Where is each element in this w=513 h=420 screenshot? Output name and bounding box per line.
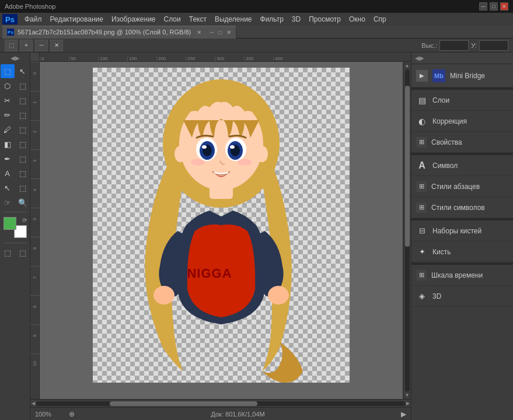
panel-item-char-styles[interactable]: ⊞ Стили символов [411, 197, 513, 218]
maximize-button[interactable]: □ [490, 2, 498, 10]
menu-text[interactable]: Текст [186, 14, 210, 24]
text-tool[interactable]: A [1, 166, 15, 180]
history-brush[interactable]: 🖊 [1, 123, 15, 136]
eraser-tool[interactable]: ⬚ [16, 123, 30, 136]
ruler-v-10: 10 [30, 354, 39, 383]
brush-icon: ✦ [416, 246, 428, 258]
tool-group-text: A ⬚ [1, 166, 30, 180]
menu-filter[interactable]: Фильтр [257, 14, 287, 24]
ps-tab-icon: Ps [7, 29, 14, 36]
heal-tool[interactable]: ✏ [1, 108, 15, 122]
gradient-tool[interactable]: ◧ [1, 137, 15, 151]
v-scroll-thumb[interactable] [405, 86, 410, 247]
path-select[interactable]: ⬚ [16, 166, 30, 180]
panel-item-3d[interactable]: ◈ 3D [411, 286, 513, 307]
panel-item-brush-presets[interactable]: ⊟ Наборы кистей [411, 220, 513, 242]
scroll-left-arrow[interactable]: ◀ [32, 401, 35, 406]
paragraph-styles-label: Стили абзацев [431, 183, 480, 191]
panel-item-brush[interactable]: ✦ Кисть [411, 242, 513, 262]
vertical-scrollbar[interactable]: ▲ ▼ [403, 62, 411, 399]
scroll-up-arrow[interactable]: ▲ [405, 63, 410, 68]
marquee-tool[interactable]: ⬚ [1, 64, 15, 78]
panel-item-layers[interactable]: ▤ Слои [411, 90, 513, 111]
close-button[interactable]: ✕ [500, 2, 508, 10]
zoom-tool[interactable]: 🔍 [16, 195, 30, 209]
h-scroll-thumb[interactable] [110, 401, 257, 406]
selection-subtract-btn[interactable]: ─ [35, 40, 48, 51]
status-icon1[interactable]: ⊕ [69, 410, 75, 418]
menu-window[interactable]: Окно [346, 14, 369, 24]
blur-tool[interactable]: ⬚ [16, 137, 30, 151]
eyedropper-tool[interactable]: ⬚ [16, 93, 30, 107]
selection-add-btn[interactable]: + [20, 40, 33, 51]
selection-style-btn[interactable]: ⬚ [5, 40, 18, 51]
panel-item-mini-bridge[interactable]: ▶ Mb Mini Bridge [411, 64, 513, 88]
panel-item-timeline[interactable]: ⊞ Шкала времени [411, 265, 513, 286]
y-input[interactable] [479, 40, 508, 51]
status-arrow[interactable]: ▶ [401, 410, 406, 418]
horizontal-scrollbar[interactable]: ◀ ▶ [30, 399, 411, 407]
selection-intersect-btn[interactable]: ✕ [50, 40, 63, 51]
direct-select[interactable]: ⬚ [16, 181, 30, 195]
toolbar-collapse[interactable]: ◀▶ [11, 55, 20, 61]
document-tab[interactable]: Ps 5671ac27b7c2b151ac087b49.png @ 100% (… [2, 26, 236, 38]
panel-item-paragraph-styles[interactable]: ⊞ Стили абзацев [411, 176, 513, 197]
char-styles-label: Стили символов [431, 204, 485, 212]
menu-image[interactable]: Изображение [108, 14, 159, 24]
tab-close-button[interactable]: ✕ [197, 29, 201, 36]
foreground-color[interactable] [4, 217, 16, 230]
toolbar-separator [4, 212, 27, 212]
panel-list: ▶ Mb Mini Bridge ▤ Слои ◐ Коррекция ⊞ Св… [411, 64, 513, 420]
menu-file[interactable]: Файл [21, 14, 46, 24]
zoom-level: 100% [35, 411, 64, 418]
tool-group-crop: ✂ ⬚ [1, 93, 30, 107]
play-icon[interactable]: ▶ [416, 70, 428, 82]
reset-colors[interactable]: ⟳ [22, 217, 27, 223]
ruler-v-7: 7 [30, 266, 39, 295]
ruler-mark-100: 100 [98, 57, 127, 61]
panel-item-symbol[interactable]: A Символ [411, 155, 513, 176]
scroll-right-arrow[interactable]: ▶ [406, 401, 410, 406]
quick-mask-btn[interactable]: ⬚ [1, 246, 15, 260]
pen-tool[interactable]: ⬚ [16, 152, 30, 166]
panel-collapse-icon[interactable]: ◀▶ [415, 55, 424, 61]
menu-select[interactable]: Выделение [211, 14, 256, 24]
menu-edit[interactable]: Редактирование [47, 14, 107, 24]
menu-help[interactable]: Спр [370, 14, 390, 24]
ruler-top: 0 50 100 150 200 250 300 350 400 [30, 52, 411, 62]
svg-point-15 [238, 159, 252, 166]
dodge-tool[interactable]: ✒ [1, 152, 15, 166]
canvas-container: 0 1 2 3 4 5 6 7 8 9 10 [30, 62, 411, 399]
menu-3d[interactable]: 3D [288, 14, 304, 24]
tab-close2[interactable]: ✕ [226, 29, 231, 36]
canvas-area: 0 50 100 150 200 250 300 350 400 0 1 2 3… [30, 52, 411, 420]
move-tool[interactable]: ↖ [16, 64, 30, 78]
ruler-v-4: 4 [30, 178, 39, 208]
panel-item-properties[interactable]: ⊞ Свойства [411, 132, 513, 153]
hand-tool[interactable]: ☞ [1, 195, 15, 209]
tool-group-heal: ✏ ⬚ [1, 108, 30, 122]
crop-tool[interactable]: ✂ [1, 93, 15, 107]
tab-maximize[interactable]: □ [218, 29, 222, 36]
lasso-tool[interactable]: ⬡ [1, 79, 15, 93]
shape-tool[interactable]: ↖ [1, 181, 15, 195]
tab-minimize[interactable]: ─ [210, 29, 214, 36]
scroll-down-arrow[interactable]: ▼ [405, 393, 410, 398]
menu-layers[interactable]: Слои [160, 14, 184, 24]
menu-view[interactable]: Просмотр [305, 14, 344, 24]
screen-mode-btn[interactable]: ⬚ [16, 246, 30, 260]
correction-label: Коррекция [432, 117, 467, 125]
stamp-tool[interactable]: ⬚ [16, 108, 30, 122]
height-input[interactable] [439, 40, 469, 51]
ruler-mark-350: 350 [244, 57, 273, 61]
panel-item-correction[interactable]: ◐ Коррекция [411, 111, 513, 132]
properties-icon: ⊞ [416, 137, 427, 148]
window-controls: ─ □ ✕ [479, 2, 508, 10]
h-scroll-track[interactable] [36, 401, 405, 406]
tab-bar: Ps 5671ac27b7c2b151ac087b49.png @ 100% (… [0, 26, 513, 38]
brush-presets-icon: ⊟ [416, 225, 428, 237]
canvas-viewport[interactable]: NIGGA [40, 62, 403, 399]
minimize-button[interactable]: ─ [479, 2, 487, 10]
v-scroll-track[interactable] [405, 69, 410, 391]
quick-select-tool[interactable]: ⬚ [16, 79, 30, 93]
